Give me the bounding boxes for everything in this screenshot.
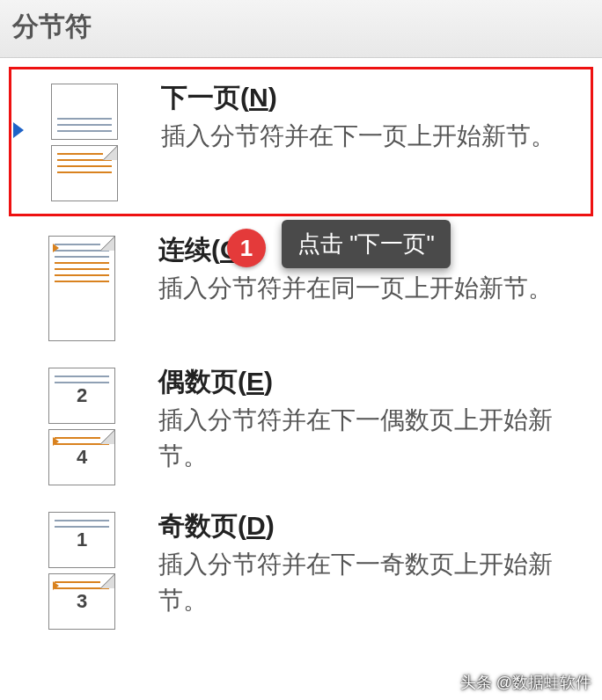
annotation-tooltip: 点击 "下一页" (282, 220, 451, 268)
selection-caret-icon (13, 122, 24, 138)
section-break-list: 下一页(N) 插入分节符并在下一页上开始新节。 连续(O) 插入分节符并在同一页… (0, 58, 602, 642)
page-after-icon (51, 145, 118, 201)
option-icon (18, 82, 150, 201)
page-number: 4 (49, 448, 114, 467)
page-even-bottom-icon: 4 (48, 429, 115, 485)
option-title: 偶数页(E) (158, 366, 577, 397)
page-before-icon (51, 84, 118, 140)
option-icon (16, 234, 148, 341)
option-icon: 2 4 (16, 366, 148, 485)
section-header: 分节符 (0, 0, 602, 58)
option-title: 下一页(N) (161, 82, 575, 113)
option-even-page[interactable]: 2 4 偶数页(E) 插入分节符并在下一偶数页上开始新节。 (0, 354, 602, 498)
page-number: 3 (49, 592, 114, 611)
page-number: 1 (49, 530, 114, 550)
page-even-top-icon: 2 (48, 368, 115, 424)
option-desc: 插入分节符并在下一奇数页上开始新节。 (158, 547, 577, 618)
section-title: 分节符 (12, 9, 590, 45)
option-desc: 插入分节符并在同一页上开始新节。 (158, 271, 577, 307)
option-desc: 插入分节符并在下一偶数页上开始新节。 (158, 403, 577, 474)
option-continuous[interactable]: 连续(O) 插入分节符并在同一页上开始新节。 1 点击 "下一页" (0, 222, 602, 354)
page-odd-bottom-icon: 3 (48, 573, 115, 630)
option-desc: 插入分节符并在下一页上开始新节。 (161, 119, 575, 155)
option-odd-page[interactable]: 1 3 奇数页(D) 插入分节符并在下一奇数页上开始新节。 (0, 498, 602, 642)
option-icon: 1 3 (16, 510, 148, 630)
option-next-page[interactable]: 下一页(N) 插入分节符并在下一页上开始新节。 (9, 67, 593, 216)
page-odd-top-icon: 1 (48, 512, 115, 568)
page-number: 2 (49, 386, 114, 405)
option-title: 奇数页(D) (158, 510, 577, 542)
annotation-badge: 1 (227, 229, 266, 267)
watermark: 头条 @数据蛙软件 (460, 672, 591, 693)
page-continuous-icon (48, 236, 115, 341)
